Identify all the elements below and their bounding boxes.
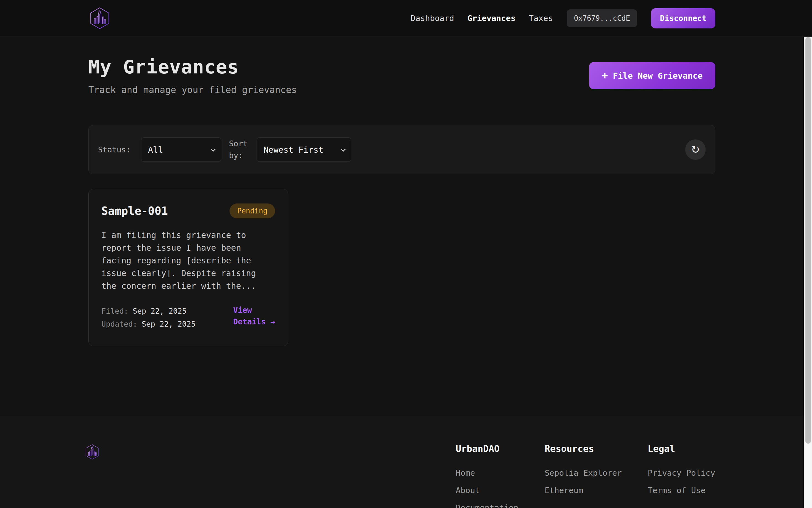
- page-subtitle: Track and manage your filed grievances: [88, 84, 297, 95]
- footer-link-documentation[interactable]: Documentation: [456, 503, 545, 508]
- status-filter-label: Status:: [98, 145, 131, 154]
- footer-column-urbandao: UrbanDAO Home About Documentation: [456, 443, 545, 508]
- view-details-link[interactable]: View Details →: [233, 304, 275, 328]
- footer-link-terms-of-use[interactable]: Terms of Use: [648, 486, 715, 495]
- footer-columns: UrbanDAO Home About Documentation Resour…: [456, 443, 715, 508]
- grievances-grid: Sample-001 Pending I am filing this grie…: [88, 189, 715, 346]
- filed-label: Filed:: [102, 304, 128, 318]
- chevron-down-icon: [340, 146, 346, 152]
- nav-link-dashboard[interactable]: Dashboard: [411, 13, 454, 23]
- main-content: My Grievances Track and manage your file…: [88, 56, 715, 346]
- sort-select-value: Newest First: [263, 145, 323, 155]
- status-select[interactable]: All: [141, 137, 221, 162]
- sort-filter-label: Sort by:: [229, 138, 249, 162]
- footer-link-about[interactable]: About: [456, 486, 545, 495]
- footer-column-legal: Legal Privacy Policy Terms of Use: [648, 443, 715, 508]
- chevron-down-icon: [210, 146, 215, 152]
- status-select-value: All: [148, 145, 163, 155]
- file-new-grievance-button[interactable]: + File New Grievance: [589, 62, 715, 89]
- grievance-dates: Filed: Sep 22, 2025 Updated: Sep 22, 202…: [102, 304, 196, 331]
- nav-links: Dashboard Grievances Taxes: [411, 13, 553, 23]
- page-title: My Grievances: [88, 56, 297, 78]
- grievance-description: I am filing this grievance to report the…: [102, 229, 275, 292]
- nav-link-taxes[interactable]: Taxes: [529, 13, 553, 23]
- plus-icon: +: [602, 71, 608, 81]
- disconnect-button[interactable]: Disconnect: [651, 8, 715, 29]
- updated-date: Sep 22, 2025: [142, 318, 196, 331]
- updated-label: Updated:: [102, 318, 137, 331]
- filed-date: Sep 22, 2025: [133, 304, 187, 318]
- footer-column-title: Legal: [648, 443, 715, 454]
- nav-link-grievances[interactable]: Grievances: [467, 13, 516, 23]
- status-badge: Pending: [230, 204, 275, 218]
- footer-link-home[interactable]: Home: [456, 468, 545, 477]
- top-navbar: Dashboard Grievances Taxes 0x7679...cCdE…: [0, 0, 812, 37]
- footer-link-ethereum[interactable]: Ethereum: [545, 486, 648, 495]
- footer-link-sepolia-explorer[interactable]: Sepolia Explorer: [545, 468, 648, 477]
- scrollbar-thumb[interactable]: [805, 37, 811, 444]
- footer-column-title: Resources: [545, 443, 648, 454]
- grievance-id: Sample-001: [102, 205, 168, 217]
- wallet-address-chip[interactable]: 0x7679...cCdE: [567, 9, 638, 27]
- grievance-card: Sample-001 Pending I am filing this grie…: [88, 189, 288, 346]
- refresh-button[interactable]: ↻: [685, 139, 706, 160]
- page-footer: UrbanDAO Home About Documentation Resour…: [0, 417, 812, 508]
- urbandao-logo-icon: [84, 443, 100, 461]
- filter-bar: Status: All Sort by: Newest First ↻: [88, 125, 715, 174]
- scrollbar-track[interactable]: [804, 37, 812, 508]
- footer-column-resources: Resources Sepolia Explorer Ethereum: [545, 443, 648, 508]
- sort-select[interactable]: Newest First: [256, 137, 351, 162]
- footer-column-title: UrbanDAO: [456, 443, 545, 454]
- refresh-icon: ↻: [691, 144, 700, 155]
- urbandao-logo-icon[interactable]: [88, 7, 111, 30]
- footer-link-privacy-policy[interactable]: Privacy Policy: [648, 468, 715, 477]
- file-new-grievance-label: File New Grievance: [613, 71, 703, 81]
